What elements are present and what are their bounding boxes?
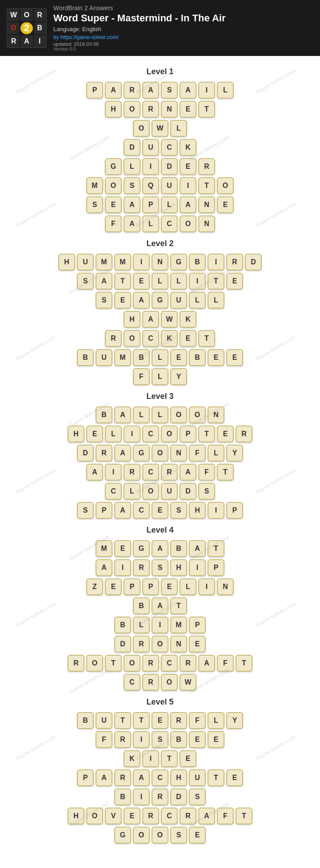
tile-1-5-3: I: [142, 158, 159, 175]
tile-5-7-1: G: [114, 827, 131, 844]
tile-5-2-1: F: [96, 731, 112, 748]
tile-1-3-1: O: [133, 120, 150, 137]
tile-5-7-4: S: [170, 827, 187, 844]
tile-3-5-5: D: [180, 483, 196, 500]
level-5-word-5: BIRDS: [0, 788, 320, 805]
tile-4-7-2: O: [86, 655, 103, 672]
tile-3-3-8: L: [208, 445, 224, 462]
tile-4-2-1: A: [96, 559, 112, 576]
tile-5-4-9: E: [226, 769, 243, 786]
tile-3-5-2: L: [124, 483, 140, 500]
tile-1-7-7: N: [198, 196, 215, 213]
tile-2-3-6: L: [189, 292, 206, 309]
tile-3-2-7: P: [180, 426, 196, 442]
updated: updated: 2018-03-06: [53, 41, 225, 47]
level-4-word-2: AIRSHIP: [0, 559, 320, 576]
tile-2-1-7: G: [170, 254, 187, 271]
tile-3-2-5: C: [142, 426, 159, 442]
tile-3-6-7: H: [189, 502, 206, 519]
tile-1-7-5: L: [161, 196, 178, 213]
tile-1-8-6: N: [198, 215, 215, 232]
tile-1-6-1: M: [86, 177, 103, 194]
logo: W O R D 2 B R A I: [7, 8, 47, 48]
tile-4-1-4: A: [152, 540, 168, 557]
tile-3-3-7: F: [189, 445, 206, 462]
level-1-word-3: OWL: [0, 120, 320, 137]
tile-1-7-6: A: [180, 196, 196, 213]
tile-1-7-2: E: [105, 196, 122, 213]
tile-2-3-4: G: [152, 292, 168, 309]
level-5-section: Level 5BUTTERFLYFRISBEEKITEPARACHUTEBIRD…: [0, 697, 320, 844]
tile-5-1-3: T: [114, 712, 131, 729]
level-4-word-4: BAT: [0, 597, 320, 614]
site-title: WordBrain 2 Answers: [53, 4, 225, 12]
tile-3-3-2: R: [96, 445, 112, 462]
tile-3-2-2: E: [86, 426, 103, 442]
tile-5-1-8: L: [208, 712, 224, 729]
tile-4-7-6: C: [161, 655, 178, 672]
tile-2-7-2: L: [152, 368, 168, 385]
logo-cell-r: R: [34, 9, 46, 21]
level-4-word-6: DRONE: [0, 636, 320, 653]
logo-cell-o: O: [20, 9, 32, 21]
tile-2-2-4: E: [133, 273, 150, 290]
tile-2-1-1: H: [58, 254, 75, 271]
tile-4-7-7: R: [180, 655, 196, 672]
tile-1-5-1: G: [105, 158, 122, 175]
tile-4-8-4: W: [180, 674, 196, 691]
tile-1-2-6: T: [198, 101, 215, 118]
tile-2-5-1: R: [105, 330, 122, 347]
tile-3-2-4: I: [124, 426, 140, 442]
tile-2-7-1: F: [133, 368, 150, 385]
level-1-word-6: MOSQUITO: [0, 177, 320, 194]
tile-3-6-2: P: [96, 502, 112, 519]
level-5-word-3: KITE: [0, 750, 320, 767]
tile-1-1-3: R: [124, 82, 140, 99]
tile-4-6-4: N: [170, 636, 187, 653]
tile-2-5-6: T: [198, 330, 215, 347]
level-1-word-1: PARASAIL: [0, 82, 320, 99]
url: by https://game-solver.com/: [53, 34, 225, 40]
tile-4-2-7: P: [208, 559, 224, 576]
tile-2-3-7: L: [208, 292, 224, 309]
tile-1-3-2: W: [152, 120, 168, 137]
tile-3-1-3: L: [133, 406, 150, 423]
level-5-word-1: BUTTERFLY: [0, 712, 320, 729]
tile-5-1-7: F: [189, 712, 206, 729]
tile-5-2-2: R: [114, 731, 131, 748]
tile-2-6-5: L: [152, 349, 168, 366]
tile-2-4-3: W: [161, 311, 178, 328]
level-1-word-8: FALCON: [0, 215, 320, 232]
level-3-word-1: BALLOON: [0, 406, 320, 423]
tile-4-2-4: S: [152, 559, 168, 576]
tile-3-6-8: I: [208, 502, 224, 519]
tile-4-3-3: P: [124, 578, 140, 595]
tile-5-1-6: R: [170, 712, 187, 729]
tile-5-6-8: A: [198, 808, 215, 824]
tile-1-1-1: P: [86, 82, 103, 99]
level-1-word-5: GLIDER: [0, 158, 320, 175]
tile-3-1-2: A: [114, 406, 131, 423]
tile-3-3-6: N: [170, 445, 187, 462]
tile-1-2-5: E: [180, 101, 196, 118]
tile-5-6-4: E: [124, 808, 140, 824]
tile-4-1-3: G: [133, 540, 150, 557]
tile-5-3-1: K: [124, 750, 140, 767]
tile-5-5-2: I: [133, 788, 150, 805]
tile-2-3-1: S: [96, 292, 112, 309]
tile-2-6-9: E: [226, 349, 243, 366]
tile-2-6-7: B: [189, 349, 206, 366]
tile-4-5-3: I: [152, 617, 168, 633]
tile-4-5-4: M: [170, 617, 187, 633]
tile-1-2-1: H: [105, 101, 122, 118]
level-3-word-2: HELICOPTER: [0, 426, 320, 442]
tile-5-4-5: C: [152, 769, 168, 786]
tile-2-2-1: S: [77, 273, 94, 290]
tile-4-3-8: N: [217, 578, 234, 595]
tile-5-6-9: F: [217, 808, 234, 824]
tile-3-1-7: N: [208, 406, 224, 423]
tile-4-2-2: I: [114, 559, 131, 576]
tile-5-2-7: E: [208, 731, 224, 748]
level-4-word-3: ZEPPELIN: [0, 578, 320, 595]
tile-3-6-1: S: [77, 502, 94, 519]
